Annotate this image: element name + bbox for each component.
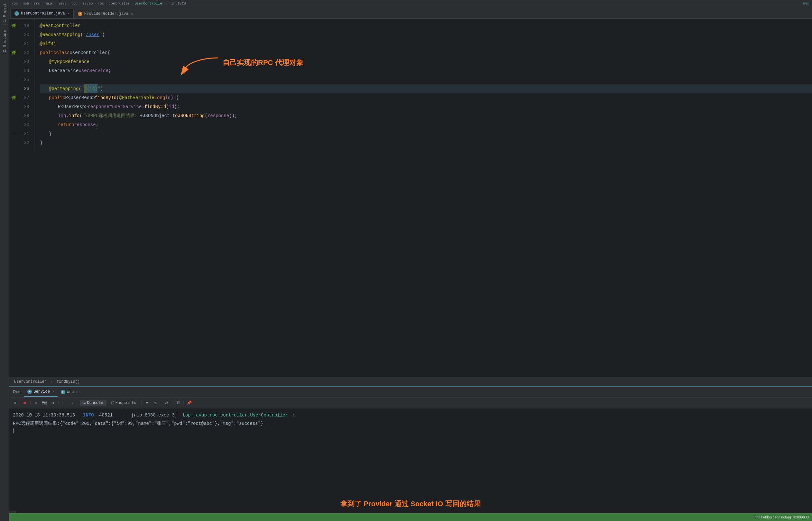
run-label: Run:: [12, 389, 24, 394]
breadcrumb-item[interactable]: main: [45, 2, 53, 5]
left-sidebar: 1: Project Z: Structure: [0, 0, 9, 521]
gutter-icons: 🌿 🌿 🌿 ○: [9, 19, 18, 150]
tab-close-icon[interactable]: ✕: [68, 12, 69, 16]
code-line-32: }: [40, 138, 812, 147]
breadcrumb-item[interactable]: java: [58, 2, 66, 5]
status-bar-right: https://blog.csdn.net/qq_32099833: [754, 515, 809, 519]
java-file-icon-orange: J: [78, 12, 82, 16]
console-toolbar: ↺ ■ ✎ 📷 ⚙ ↑ ↓ ≡ Console ⬡: [9, 398, 812, 408]
toolbar-separator2: [58, 401, 59, 406]
tab-close-icon[interactable]: ✕: [131, 12, 133, 16]
code-line-22: public class UserController {: [40, 48, 812, 57]
run-tab-service[interactable]: ▶ Service ✕: [24, 387, 57, 397]
log-line-1: 2020-10-18 11:33:36.513 INFO 40521 --- […: [13, 411, 809, 420]
editor-status-bar: UserController › findById(): [9, 377, 812, 386]
scroll-up-button[interactable]: ↑: [61, 400, 68, 407]
log-thread: [nio-8080-exec-3]: [131, 411, 177, 420]
code-line-21: @Slf4j: [40, 39, 812, 48]
toolbar-separator6: [172, 401, 173, 406]
breadcrumb-item[interactable]: findById: [169, 2, 186, 5]
rerun-button[interactable]: ↺: [12, 400, 19, 407]
edit-button[interactable]: ✎: [32, 400, 40, 407]
settings-button[interactable]: ⚙: [49, 400, 56, 407]
status-method: findById(): [57, 380, 80, 384]
camera-button[interactable]: 📷: [41, 400, 48, 407]
scroll-down-button[interactable]: ↓: [69, 400, 76, 407]
console-tab-label: Console: [87, 401, 103, 405]
code-line-31: }: [40, 129, 812, 138]
code-editor: 🌿 🌿 🌿 ○: [9, 19, 812, 377]
breadcrumb-item[interactable]: javap: [82, 2, 93, 5]
run-panel: Run: ▶ Service ✕ ▶ Web ✕ ↺: [9, 386, 812, 521]
endpoints-tab-btn[interactable]: ⬡ Endpoints: [108, 400, 140, 406]
code-line-19: @RestController: [40, 21, 812, 30]
java-file-icon: J: [15, 11, 19, 16]
breadcrumb-item[interactable]: rpc: [97, 2, 104, 5]
wrap-button[interactable]: ≡: [143, 400, 151, 407]
toolbar-separator3: [78, 401, 78, 406]
trash-button[interactable]: 🗑: [174, 400, 181, 407]
run-panel-side-icons: [9, 511, 16, 513]
pin-button[interactable]: 📌: [186, 400, 193, 407]
run-tab-web[interactable]: ▶ Web ✕: [58, 387, 82, 397]
log-colon: :: [289, 411, 295, 420]
structure-label[interactable]: Z: Structure: [3, 30, 6, 52]
run-tab-service-label: Service: [33, 389, 49, 394]
code-line-29: log.info("\nRPC远程调用返回结果:"+JSONObject.toJ…: [40, 111, 812, 120]
console-output[interactable]: 2020-10-18 11:33:36.513 INFO 40521 --- […: [9, 408, 812, 521]
status-url[interactable]: https://blog.csdn.net/qq_32099833: [754, 515, 809, 519]
status-bar: https://blog.csdn.net/qq_32099833: [9, 513, 812, 521]
toolbar-separator: [30, 401, 30, 406]
filter-button[interactable]: ⇅: [152, 400, 159, 407]
code-content[interactable]: @RestController @RequestMapping("/user")…: [35, 19, 812, 377]
code-line-27: public R<UserResp> findById(@PathVariabl…: [40, 93, 812, 102]
cursor: [13, 428, 14, 433]
code-line-24: UserService userService;: [40, 66, 812, 75]
code-line-28: R<UserResp> response = userService.findB…: [40, 102, 812, 111]
breadcrumb-item[interactable]: controller: [109, 2, 130, 5]
run-tabs-bar: Run: ▶ Service ✕ ▶ Web ✕: [9, 387, 812, 398]
breadcrumb-item[interactable]: rpc: [12, 2, 18, 5]
breadcrumb-item[interactable]: src: [34, 2, 40, 5]
toolbar-separator5: [161, 401, 161, 406]
line-numbers: 19 20 21 22 23 24 25 26 27 28 29 30 31 3…: [18, 19, 35, 150]
code-line-20: @RequestMapping("/user"): [40, 30, 812, 39]
status-class: UserController: [14, 380, 47, 384]
breadcrumb-item[interactable]: UserController: [134, 2, 164, 5]
tab-label: UserController.java: [21, 11, 65, 16]
log-pid: 40521: [99, 411, 113, 420]
breadcrumb: rpc › web › src › main › java › top › ja…: [9, 0, 812, 7]
code-line-30: return response;: [40, 120, 812, 129]
project-label[interactable]: 1: Project: [3, 4, 6, 22]
print-button[interactable]: 🖨: [163, 400, 170, 407]
tab-providerholder[interactable]: J ProviderHolder.java ✕: [74, 9, 137, 18]
stop-button[interactable]: ■: [21, 400, 28, 407]
breadcrumb-item[interactable]: web: [23, 2, 29, 5]
log-line-3: [13, 428, 809, 433]
web-run-icon: ▶: [61, 390, 65, 394]
toolbar-separator4: [141, 401, 141, 406]
run-tab-web-close[interactable]: ✕: [76, 390, 78, 394]
run-tab-service-close[interactable]: ✕: [52, 390, 54, 394]
service-run-icon: ▶: [27, 389, 32, 394]
endpoints-tab-label: Endpoints: [115, 401, 136, 405]
tab-label: ProviderHolder.java: [84, 12, 128, 16]
log-timestamp: 2020-10-18 11:33:36.513: [13, 411, 75, 420]
console-tab-btn[interactable]: ≡ Console: [80, 400, 107, 406]
code-line-25: [40, 75, 812, 84]
console-annotation: 拿到了 Provider 通过 Socket IO 写回的结果: [340, 500, 480, 508]
log-separator: ---: [118, 411, 126, 420]
log-rpc-result: RPC远程调用返回结果:{"code":200,"data":{"id":99,…: [13, 420, 264, 428]
log-line-2: RPC远程调用返回结果:{"code":200,"data":{"id":99,…: [13, 420, 809, 428]
toolbar-separator7: [183, 401, 184, 406]
log-class: top.javap.rpc.controller.UserController: [182, 411, 288, 420]
tabs-bar: J UserController.java ✕ J ProviderHolder…: [9, 7, 812, 19]
code-line-26: @GetMapping("/{id}"): [40, 84, 812, 93]
code-line-23: @MyRpcReference: [40, 57, 812, 66]
breadcrumb-item[interactable]: top: [71, 2, 77, 5]
log-level: INFO: [83, 411, 94, 420]
tab-usercontroller[interactable]: J UserController.java ✕: [10, 9, 74, 18]
run-tab-web-label: Web: [67, 390, 74, 394]
